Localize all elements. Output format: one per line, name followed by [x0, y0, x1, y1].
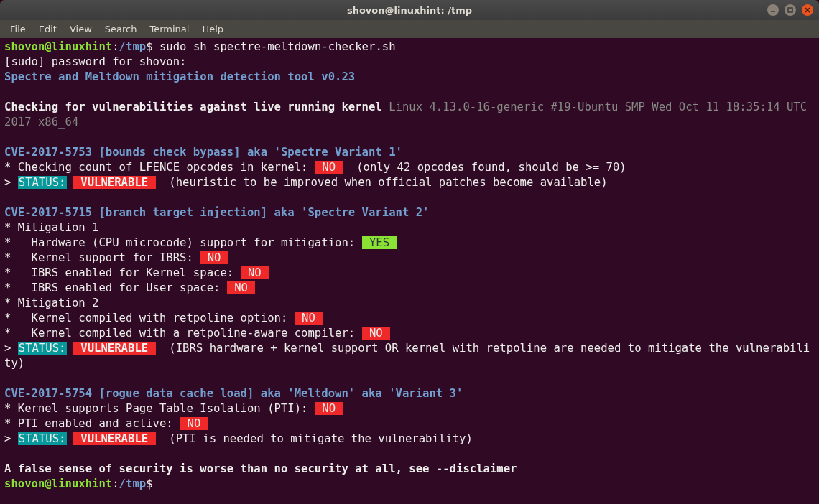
- prompt-path: /tmp: [119, 40, 147, 53]
- svg-rect-1: [788, 8, 792, 12]
- titlebar: shovon@linuxhint: /tmp: [0, 0, 819, 20]
- menu-edit[interactable]: Edit: [33, 22, 63, 37]
- cve2-line2: * Kernel support for IBRS:: [4, 251, 200, 264]
- status-no-badge: NO: [315, 402, 343, 415]
- menu-terminal[interactable]: Terminal: [144, 22, 195, 37]
- checking-text: Checking for vulnerabilities against liv…: [4, 101, 382, 113]
- status-no-badge: NO: [295, 312, 323, 325]
- status-label: STATUS:: [18, 176, 67, 189]
- command-text: sudo sh spectre-meltdown-checker.sh: [159, 40, 396, 53]
- menu-search[interactable]: Search: [99, 22, 143, 37]
- menubar: File Edit View Search Terminal Help: [0, 20, 819, 38]
- cve2-line5: * Kernel compiled with retpoline option:: [4, 312, 295, 325]
- cve2-line1: * Hardware (CPU microcode) support for m…: [4, 236, 362, 249]
- status-label: STATUS:: [18, 342, 67, 355]
- terminal-output[interactable]: shovon@linuxhint:/tmp$ sudo sh spectre-m…: [0, 38, 819, 504]
- status-yes-badge: YES: [362, 236, 397, 249]
- status-label: STATUS:: [18, 432, 67, 445]
- status-no-badge: NO: [362, 327, 391, 340]
- prompt-userhost: shovon@linuxhint: [4, 477, 112, 490]
- cve1-status-tail: (heuristic to be improved when official …: [156, 176, 608, 189]
- prompt-userhost: shovon@linuxhint: [4, 40, 112, 53]
- window-title: shovon@linuxhint: /tmp: [347, 5, 472, 16]
- vulnerable-badge: VULNERABLE: [73, 176, 156, 189]
- status-no-badge: NO: [241, 266, 269, 279]
- vulnerable-badge: VULNERABLE: [73, 432, 156, 445]
- mitigation1-label: * Mitigation 1: [4, 221, 98, 234]
- status-no-badge: NO: [200, 251, 228, 264]
- cve2-line4: * IBRS enabled for User space:: [4, 281, 227, 294]
- cve1-line1-tail: (only 42 opcodes found, should be >= 70): [343, 161, 626, 174]
- window-controls: [767, 4, 813, 16]
- tool-title: Spectre and Meltdown mitigation detectio…: [4, 70, 355, 83]
- cve3-line2: * PTI enabled and active:: [4, 417, 180, 430]
- close-icon[interactable]: [802, 4, 813, 16]
- cve2-line6: * Kernel compiled with a retpoline-aware…: [4, 327, 362, 340]
- menu-file[interactable]: File: [4, 22, 32, 37]
- vulnerable-badge: VULNERABLE: [73, 342, 156, 355]
- cve1-line1: * Checking count of LFENCE opcodes in ke…: [4, 161, 315, 174]
- cve2-line3: * IBRS enabled for Kernel space:: [4, 266, 241, 279]
- status-no-badge: NO: [227, 281, 256, 294]
- minimize-icon[interactable]: [767, 4, 779, 16]
- cve2-heading: CVE-2017-5715 [branch target injection] …: [4, 206, 429, 219]
- status-no-badge: NO: [180, 417, 208, 430]
- cve3-heading: CVE-2017-5754 [rogue data cache load] ak…: [4, 387, 463, 400]
- cve3-line1: * Kernel supports Page Table Isolation (…: [4, 402, 315, 415]
- cve1-heading: CVE-2017-5753 [bounds check bypass] aka …: [4, 146, 402, 159]
- status-no-badge: NO: [315, 161, 343, 174]
- prompt-path: /tmp: [119, 477, 147, 490]
- sudo-prompt: [sudo] password for shovon:: [4, 55, 186, 68]
- menu-view[interactable]: View: [64, 22, 98, 37]
- menu-help[interactable]: Help: [196, 22, 229, 37]
- cve3-status-tail: (PTI is needed to mitigate the vulnerabi…: [156, 432, 473, 445]
- mitigation2-label: * Mitigation 2: [4, 297, 98, 309]
- maximize-icon[interactable]: [785, 4, 796, 16]
- disclaimer-text: A false sense of security is worse than …: [4, 462, 517, 475]
